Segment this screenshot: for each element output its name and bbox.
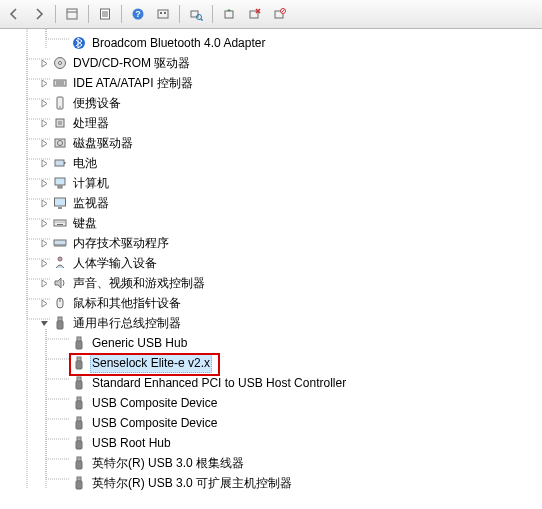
tree-item[interactable]: Standard Enhanced PCI to USB Host Contro…: [0, 373, 542, 393]
tree-item-label: 键盘: [71, 215, 99, 232]
disc-icon: [52, 55, 68, 71]
expander-icon[interactable]: [38, 277, 50, 289]
tree-item[interactable]: 声音、视频和游戏控制器: [0, 273, 542, 293]
tree-item[interactable]: 便携设备: [0, 93, 542, 113]
tree-item[interactable]: USB Root Hub: [0, 433, 542, 453]
svg-rect-183: [76, 461, 82, 469]
tree-item-label: 便携设备: [71, 95, 123, 112]
uninstall-button[interactable]: [242, 2, 266, 26]
tree-item-label: 英特尔(R) USB 3.0 根集线器: [90, 455, 246, 472]
tree-item[interactable]: 内存技术驱动程序: [0, 233, 542, 253]
hid-icon: [52, 255, 68, 271]
expander-icon: [57, 477, 69, 489]
svg-rect-9: [160, 12, 162, 14]
usb-icon: [71, 475, 87, 491]
tree-item[interactable]: Generic USB Hub: [0, 333, 542, 353]
tree-item-label: 电池: [71, 155, 99, 172]
tree-item[interactable]: 英特尔(R) USB 3.0 可扩展主机控制器: [0, 473, 542, 493]
separator: [88, 5, 89, 23]
svg-rect-144: [54, 240, 66, 245]
tree-item[interactable]: 人体学输入设备: [0, 253, 542, 273]
keyboard-icon: [52, 215, 68, 231]
svg-rect-167: [76, 381, 82, 389]
svg-rect-172: [78, 398, 79, 400]
update-driver-button[interactable]: [217, 2, 241, 26]
tree-item-label: 鼠标和其他指针设备: [71, 295, 183, 312]
tree-item[interactable]: IDE ATA/ATAPI 控制器: [0, 73, 542, 93]
device-tree-panel[interactable]: Broadcom Bluetooth 4.0 AdapterDVD/CD-ROM…: [0, 29, 542, 509]
svg-rect-184: [78, 458, 79, 460]
separator: [121, 5, 122, 23]
tree-item[interactable]: 通用串行总线控制器: [0, 313, 542, 333]
tree-item[interactable]: 键盘: [0, 213, 542, 233]
usb-icon: [52, 315, 68, 331]
show-hidden-button[interactable]: [60, 2, 84, 26]
expander-icon[interactable]: [38, 197, 50, 209]
svg-rect-168: [78, 378, 79, 380]
svg-rect-180: [78, 438, 79, 440]
tree-item[interactable]: 计算机: [0, 173, 542, 193]
tree-item[interactable]: 处理器: [0, 113, 542, 133]
forward-button[interactable]: [27, 2, 51, 26]
scan-hardware-button[interactable]: [184, 2, 208, 26]
tree-item[interactable]: USB Composite Device: [0, 413, 542, 433]
tree-item[interactable]: 英特尔(R) USB 3.0 根集线器: [0, 453, 542, 473]
expander-icon: [57, 377, 69, 389]
expander-icon[interactable]: [38, 57, 50, 69]
tree-item-label: DVD/CD-ROM 驱动器: [71, 55, 192, 72]
svg-rect-161: [80, 338, 81, 340]
svg-rect-132: [64, 162, 66, 164]
back-button[interactable]: [2, 2, 26, 26]
expander-icon[interactable]: [38, 257, 50, 269]
svg-rect-166: [77, 377, 81, 381]
expander-icon[interactable]: [38, 237, 50, 249]
tree-item[interactable]: DVD/CD-ROM 驱动器: [0, 53, 542, 73]
expander-icon[interactable]: [38, 117, 50, 129]
svg-text:?: ?: [135, 9, 141, 19]
tree-item[interactable]: USB Composite Device: [0, 393, 542, 413]
sound-icon: [52, 275, 68, 291]
expander-icon[interactable]: [38, 97, 50, 109]
svg-rect-158: [77, 337, 81, 341]
expander-icon: [57, 357, 69, 369]
separator: [212, 5, 213, 23]
svg-rect-0: [67, 9, 77, 19]
svg-rect-176: [78, 418, 79, 420]
properties-button[interactable]: [93, 2, 117, 26]
svg-rect-170: [77, 397, 81, 401]
svg-point-140: [59, 221, 60, 222]
svg-rect-159: [76, 341, 82, 349]
expander-icon: [57, 397, 69, 409]
expander-icon: [57, 37, 69, 49]
tree-item-label: 人体学输入设备: [71, 255, 159, 272]
tree-item[interactable]: 鼠标和其他指针设备: [0, 293, 542, 313]
tree-item-label: 处理器: [71, 115, 111, 132]
expander-icon[interactable]: [38, 297, 50, 309]
svg-rect-185: [80, 458, 81, 460]
expander-icon[interactable]: [38, 157, 50, 169]
action-button[interactable]: [151, 2, 175, 26]
help-button[interactable]: ?: [126, 2, 150, 26]
svg-rect-8: [158, 10, 168, 18]
svg-rect-155: [57, 321, 63, 329]
tree-item[interactable]: 磁盘驱动器: [0, 133, 542, 153]
tree-item[interactable]: Broadcom Bluetooth 4.0 Adapter: [0, 33, 542, 53]
expander-icon: [57, 417, 69, 429]
expander-icon[interactable]: [38, 77, 50, 89]
disable-button[interactable]: [267, 2, 291, 26]
svg-rect-134: [58, 186, 62, 188]
tree-item[interactable]: 电池: [0, 153, 542, 173]
cpu-icon: [52, 115, 68, 131]
svg-rect-131: [55, 160, 64, 166]
battery-icon: [52, 155, 68, 171]
svg-rect-178: [77, 437, 81, 441]
tree-item[interactable]: 监视器: [0, 193, 542, 213]
expander-icon[interactable]: [38, 317, 50, 329]
expander-icon[interactable]: [38, 217, 50, 229]
expander-icon[interactable]: [38, 137, 50, 149]
tree-item-label: USB Composite Device: [90, 415, 219, 432]
tree-item[interactable]: Senselock Elite-e v2.x: [0, 353, 542, 373]
tree-item-label: Broadcom Bluetooth 4.0 Adapter: [90, 35, 267, 52]
expander-icon[interactable]: [38, 177, 50, 189]
svg-point-151: [58, 257, 62, 261]
